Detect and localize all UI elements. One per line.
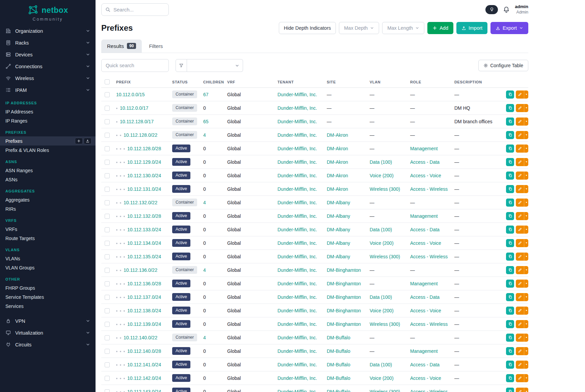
- site-link[interactable]: DM-Albany: [327, 240, 350, 246]
- edit-button[interactable]: [516, 266, 524, 274]
- site-link[interactable]: DM-Binghamton: [327, 267, 361, 273]
- prefix-link[interactable]: 10.112.130.0/24: [127, 173, 161, 178]
- clone-button[interactable]: [506, 226, 514, 234]
- edit-dropdown-button[interactable]: [524, 293, 528, 301]
- select-all-checkbox[interactable]: [105, 79, 110, 84]
- clone-button[interactable]: [506, 158, 514, 166]
- edit-dropdown-button[interactable]: [524, 320, 528, 328]
- tenant-link[interactable]: Dunder-Mifflin, Inc.: [277, 119, 317, 124]
- edit-button[interactable]: [516, 90, 524, 99]
- sidebar-item-service-templates[interactable]: Service Templates: [0, 292, 96, 302]
- role-link[interactable]: Access - Wireless: [410, 321, 448, 327]
- row-checkbox[interactable]: [105, 227, 110, 232]
- site-link[interactable]: DM-Akron: [327, 146, 348, 151]
- vlan-link[interactable]: Data (100): [370, 159, 392, 165]
- vlan-link[interactable]: Voice (200): [370, 173, 394, 178]
- edit-button[interactable]: [516, 293, 524, 301]
- clone-button[interactable]: [506, 117, 514, 126]
- edit-dropdown-button[interactable]: [524, 226, 528, 234]
- edit-button[interactable]: [516, 145, 524, 153]
- prefix-link[interactable]: 10.112.140.0/22: [124, 335, 157, 340]
- quick-add-button[interactable]: [75, 138, 83, 144]
- clone-button[interactable]: [506, 293, 514, 301]
- edit-dropdown-button[interactable]: [524, 307, 528, 315]
- row-checkbox[interactable]: [105, 146, 110, 151]
- prefix-link[interactable]: 10.112.135.0/24: [127, 254, 161, 259]
- row-checkbox[interactable]: [105, 106, 110, 111]
- role-link[interactable]: Access - Wireless: [410, 254, 448, 259]
- max-length-dropdown[interactable]: Max Length: [382, 22, 424, 34]
- tenant-link[interactable]: Dunder-Mifflin, Inc.: [277, 105, 317, 111]
- prefix-link[interactable]: 10.112.128.0/17: [120, 119, 154, 124]
- role-link[interactable]: Access - Data: [410, 227, 440, 232]
- prefix-link[interactable]: 10.112.137.0/24: [127, 294, 161, 300]
- edit-button[interactable]: [516, 347, 524, 355]
- edit-dropdown-button[interactable]: [524, 253, 528, 261]
- row-checkbox[interactable]: [105, 335, 110, 340]
- user-menu[interactable]: admin Admin: [515, 4, 528, 15]
- vlan-link[interactable]: Voice (200): [370, 240, 394, 246]
- tenant-link[interactable]: Dunder-Mifflin, Inc.: [277, 267, 317, 273]
- role-link[interactable]: Access - Voice: [410, 375, 441, 381]
- edit-dropdown-button[interactable]: [524, 172, 528, 180]
- row-checkbox[interactable]: [105, 308, 110, 313]
- quick-import-button[interactable]: [84, 138, 91, 144]
- site-link[interactable]: DM-Buffalo: [327, 375, 350, 381]
- site-link[interactable]: DM-Akron: [327, 186, 348, 192]
- edit-dropdown-button[interactable]: [524, 239, 528, 247]
- vlan-link[interactable]: Data (100): [370, 362, 392, 367]
- row-checkbox[interactable]: [105, 322, 110, 327]
- sidebar-item-vlans[interactable]: VLANs: [0, 254, 96, 263]
- tenant-link[interactable]: Dunder-Mifflin, Inc.: [277, 227, 317, 232]
- role-link[interactable]: Access - Voice: [410, 240, 441, 246]
- role-link[interactable]: Access - Data: [410, 294, 440, 300]
- tenant-link[interactable]: Dunder-Mifflin, Inc.: [277, 240, 317, 246]
- role-link[interactable]: Management: [410, 213, 438, 219]
- global-search[interactable]: [101, 3, 169, 16]
- sidebar-item-route-targets[interactable]: Route Targets: [0, 234, 96, 243]
- clone-button[interactable]: [506, 239, 514, 247]
- children-count-link[interactable]: 67: [203, 92, 209, 97]
- site-link[interactable]: DM-Buffalo: [327, 348, 350, 354]
- sidebar-item-asns[interactable]: ASNs: [0, 175, 96, 184]
- children-count-link[interactable]: 4: [203, 267, 206, 273]
- edit-button[interactable]: [516, 320, 524, 328]
- sidebar-group-connections[interactable]: Connections: [0, 60, 96, 72]
- vlan-link[interactable]: Wireless (300): [370, 254, 400, 259]
- vlan-link[interactable]: Wireless (300): [370, 321, 400, 327]
- clone-button[interactable]: [506, 145, 514, 153]
- max-depth-dropdown[interactable]: Max Depth: [339, 22, 379, 34]
- row-checkbox[interactable]: [105, 241, 110, 246]
- edit-button[interactable]: [516, 117, 524, 126]
- sidebar-item-vlan-groups[interactable]: VLAN Groups: [0, 263, 96, 272]
- prefix-link[interactable]: 10.112.128.0/22: [124, 132, 157, 138]
- column-header-status[interactable]: Status: [169, 77, 200, 88]
- clone-button[interactable]: [506, 320, 514, 328]
- site-link[interactable]: DM-Albany: [327, 254, 350, 259]
- clone-button[interactable]: [506, 388, 514, 392]
- clone-button[interactable]: [506, 185, 514, 193]
- vlan-link[interactable]: Wireless (300): [370, 186, 400, 192]
- row-checkbox[interactable]: [105, 362, 110, 367]
- sidebar-item-vrfs[interactable]: VRFs: [0, 225, 96, 234]
- clone-button[interactable]: [506, 172, 514, 180]
- tenant-link[interactable]: Dunder-Mifflin, Inc.: [277, 132, 317, 138]
- edit-dropdown-button[interactable]: [524, 145, 528, 153]
- edit-button[interactable]: [516, 185, 524, 193]
- prefix-link[interactable]: 10.112.143.0/24: [127, 389, 161, 392]
- tenant-link[interactable]: Dunder-Mifflin, Inc.: [277, 186, 317, 192]
- sidebar-group-circuits[interactable]: Circuits: [0, 339, 96, 350]
- tenant-link[interactable]: Dunder-Mifflin, Inc.: [277, 92, 317, 97]
- clone-button[interactable]: [506, 253, 514, 261]
- vlan-link[interactable]: Voice (200): [370, 308, 394, 313]
- sidebar-group-wireless[interactable]: Wireless: [0, 72, 96, 84]
- row-checkbox[interactable]: [105, 254, 110, 259]
- row-checkbox[interactable]: [105, 187, 110, 192]
- prefix-link[interactable]: 10.112.132.0/28: [127, 213, 161, 219]
- site-link[interactable]: DM-Albany: [327, 213, 350, 219]
- site-link[interactable]: DM-Buffalo: [327, 362, 350, 367]
- vlan-link[interactable]: Voice (200): [370, 375, 394, 381]
- edit-button[interactable]: [516, 212, 524, 220]
- role-link[interactable]: Management: [410, 146, 438, 151]
- hide-depth-indicators-button[interactable]: Hide Depth Indicators: [279, 22, 336, 34]
